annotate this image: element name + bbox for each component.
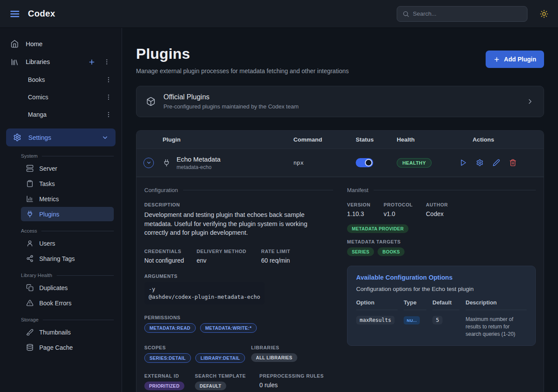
search-input[interactable] — [413, 10, 522, 17]
health-badge: HEALTHY — [397, 158, 432, 168]
official-plugins-card[interactable]: Official Plugins Pre-configured plugins … — [136, 86, 544, 117]
run-plugin-icon[interactable] — [459, 159, 467, 166]
config-options-table: Option Type Default Description maxResul… — [356, 299, 527, 338]
search-box[interactable] — [397, 6, 527, 22]
sidebar-item-sharing-tags[interactable]: Sharing Tags — [21, 251, 114, 266]
scope-badge: LIBRARY:DETAIL — [195, 353, 245, 363]
sidebar-item-libraries[interactable]: Libraries — [0, 53, 122, 71]
official-plugins-title: Official Plugins — [163, 93, 299, 101]
health-cell: HEALTHY — [397, 158, 453, 168]
permissions-label: PERMISSIONS — [144, 315, 333, 320]
col-header-plugin: Plugin — [163, 136, 293, 143]
edit-plugin-icon[interactable] — [493, 159, 500, 166]
config-options-title: Available Configuration Options — [356, 274, 527, 281]
libraries-field: LIBRARIES ALL LIBRARIES — [251, 345, 333, 363]
user-icon — [26, 240, 34, 247]
opt-col-description: Description — [466, 299, 527, 310]
sidebar-item-book-errors[interactable]: Book Errors — [21, 296, 114, 310]
option-name: maxResults — [356, 316, 395, 324]
external-id-row: EXTERNAL ID PRIORITIZED SEARCH TEMPLATE … — [144, 373, 333, 389]
official-plugins-text: Official Plugins Pre-configured plugins … — [163, 93, 299, 110]
section-label: Access — [21, 228, 37, 233]
search-template-badge: DEFAULT — [195, 382, 226, 390]
scopes-label: SCOPES — [144, 345, 251, 350]
external-id-badge: PRIORITIZED — [144, 382, 184, 390]
configure-plugin-icon[interactable] — [476, 159, 483, 166]
col-header-command: Command — [293, 136, 356, 143]
sidebar-item-home[interactable]: Home — [0, 35, 122, 53]
sidebar-item-duplicates[interactable]: Duplicates — [21, 280, 114, 295]
config-options-card: Available Configuration Options Configur… — [347, 266, 536, 346]
external-id-label: EXTERNAL ID — [144, 373, 195, 378]
add-plugin-button[interactable]: Add Plugin — [486, 51, 544, 68]
libraries-menu-icon[interactable] — [102, 57, 111, 66]
plugin-id: metadata-echo — [177, 164, 221, 170]
theme-toggle-sun-icon[interactable] — [540, 10, 548, 18]
manifest-meta-row: VERSION 1.10.3 PROTOCOL v1.0 AUTHOR Code… — [347, 202, 536, 217]
permission-badge: METADATA:WRITE:* — [200, 323, 257, 333]
sidebar-item-metrics[interactable]: Metrics — [21, 192, 114, 206]
plug-icon — [26, 210, 34, 218]
add-library-icon[interactable] — [88, 58, 95, 66]
status-toggle[interactable] — [356, 158, 373, 167]
delete-plugin-icon[interactable] — [509, 159, 517, 166]
rate-limit-value: 60 req/min — [261, 257, 333, 264]
sidebar: Home Libraries Books Comics — [0, 28, 122, 392]
option-name-cell: maxResults — [356, 310, 398, 324]
page-title: Plugins — [136, 45, 349, 62]
manga-menu-icon[interactable] — [104, 110, 113, 119]
section-label: Storage — [21, 317, 38, 322]
permissions-badges: METADATA:READ METADATA:WRITE:* — [144, 323, 333, 333]
sidebar-item-thumbnails[interactable]: Thumbnails — [21, 325, 114, 339]
clipboard-icon — [26, 180, 34, 187]
share-icon — [26, 255, 34, 262]
opt-col-default: Default — [432, 299, 459, 310]
libraries-label: LIBRARIES — [251, 345, 333, 350]
library-label: Manga — [28, 111, 47, 118]
configuration-heading: Configuration — [144, 187, 333, 193]
plugin-command: npx — [293, 159, 356, 166]
option-type-cell: NU... — [404, 310, 426, 324]
sidebar-section-system: System — [21, 153, 114, 159]
col-header-status: Status — [356, 136, 397, 143]
package-icon — [146, 97, 156, 106]
sidebar-item-page-cache[interactable]: Page Cache — [21, 340, 114, 355]
plugins-table: Plugin Command Status Health Actions Ech… — [136, 130, 544, 392]
description-label: DESCRIPTION — [144, 202, 333, 207]
menu-icon[interactable] — [10, 9, 20, 19]
sidebar-item-comics[interactable]: Comics — [0, 88, 122, 106]
library-icon — [10, 58, 19, 66]
author-value: Codex — [426, 210, 536, 217]
row-actions — [453, 159, 537, 166]
sidebar-section-access: Access — [21, 228, 114, 233]
sidebar-item-plugins[interactable]: Plugins — [21, 207, 114, 221]
preprocessing-label: PREPROCESSING RULES — [259, 373, 333, 378]
delivery-value: env — [197, 257, 261, 264]
sidebar-section-storage: Storage — [21, 317, 114, 322]
opt-col-option: Option — [356, 299, 398, 310]
arguments-label: ARGUMENTS — [144, 274, 333, 279]
sidebar-item-label: Home — [26, 41, 43, 47]
collapse-row-button[interactable] — [143, 158, 154, 168]
sidebar-item-manga[interactable]: Manga — [0, 106, 122, 123]
comics-menu-icon[interactable] — [104, 93, 113, 101]
sidebar-section-library-health: Library Health — [21, 273, 114, 278]
metadata-targets-field: METADATA TARGETS SERIES BOOKS — [347, 239, 536, 256]
option-default: 5 — [432, 316, 442, 324]
sidebar-item-settings[interactable]: Settings — [6, 128, 116, 146]
copy-icon — [26, 284, 34, 291]
sidebar-item-tasks[interactable]: Tasks — [21, 176, 114, 191]
warning-triangle-icon — [26, 299, 34, 307]
gear-icon — [13, 133, 21, 142]
topbar: Codex — [0, 0, 558, 28]
preprocessing-field: PREPROCESSING RULES 0 rules — [259, 373, 333, 389]
version-field: VERSION 1.10.3 — [347, 202, 384, 217]
configuration-column: Configuration DESCRIPTION Development an… — [144, 187, 333, 389]
sidebar-item-books[interactable]: Books — [0, 71, 122, 88]
opt-col-type: Type — [404, 299, 426, 310]
sidebar-item-server[interactable]: Server — [21, 161, 114, 176]
books-menu-icon[interactable] — [104, 75, 113, 84]
sidebar-item-users[interactable]: Users — [21, 236, 114, 250]
provider-field: METADATA PROVIDER — [347, 224, 536, 232]
plugin-name-cell: Echo Metadata metadata-echo — [163, 155, 293, 170]
